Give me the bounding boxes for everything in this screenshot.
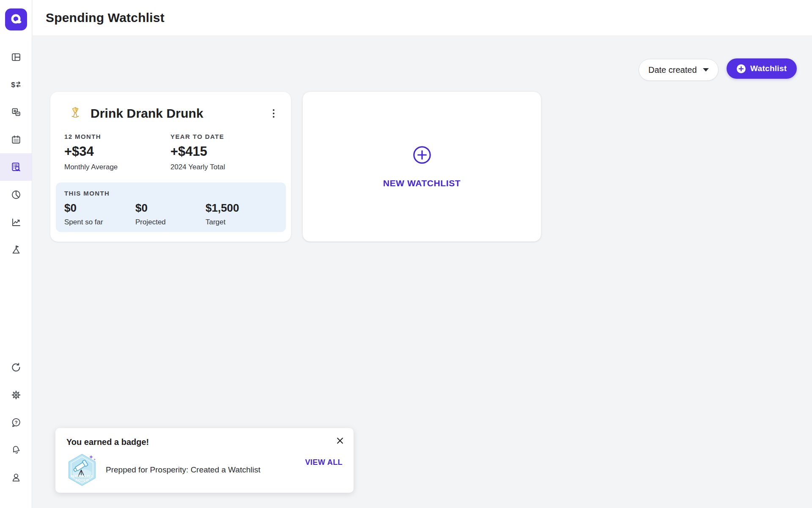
watchlist-card-header: Drink Drank Drunk xyxy=(67,105,278,121)
page-title: Spending Watchlist xyxy=(46,11,165,25)
page-header: Spending Watchlist xyxy=(33,0,812,36)
svg-text:?: ? xyxy=(14,420,17,425)
badge-text-line2: ADDED xyxy=(75,478,89,482)
sidebar: $ xyxy=(0,0,32,508)
sidebar-item-goals[interactable] xyxy=(0,236,32,263)
sidebar-nav-top: $ xyxy=(0,43,32,263)
stat-label: 12 MONTH xyxy=(64,133,170,140)
goals-mountain-icon xyxy=(11,244,22,255)
svg-text:$: $ xyxy=(11,80,15,89)
badge-toast-title: You earned a badge! xyxy=(66,437,343,447)
stat-sublabel: 2024 Yearly Total xyxy=(170,163,277,171)
this-month-sublabel: Projected xyxy=(135,218,206,226)
this-month-label: THIS MONTH xyxy=(64,190,286,197)
pie-chart-icon xyxy=(11,189,22,200)
stat-value: +$34 xyxy=(64,144,170,159)
sidebar-item-refresh[interactable] xyxy=(0,353,32,381)
sidebar-item-calendar[interactable] xyxy=(0,126,32,153)
plus-circle-outline-icon xyxy=(412,145,432,165)
sidebar-item-investments[interactable] xyxy=(0,208,32,236)
sidebar-item-help[interactable]: ? xyxy=(0,409,32,436)
new-watchlist-card[interactable]: NEW WATCHLIST xyxy=(302,91,541,242)
gear-icon xyxy=(11,389,22,400)
this-month-value: $0 xyxy=(135,202,206,215)
sidebar-item-notifications[interactable] xyxy=(0,436,32,464)
stat-value: +$415 xyxy=(170,144,277,159)
watchlist-added-badge-icon: WATCHLIST ADDED xyxy=(66,453,98,487)
app-logo[interactable] xyxy=(5,8,27,30)
kebab-menu-icon[interactable] xyxy=(269,107,279,121)
sidebar-item-profile[interactable] xyxy=(0,464,32,491)
sidebar-item-dashboard[interactable] xyxy=(0,43,32,71)
trend-chart-icon xyxy=(11,217,22,228)
stat-year-to-date: YEAR TO DATE +$415 2024 Yearly Total xyxy=(170,133,277,171)
dashboard-icon xyxy=(11,52,22,63)
sort-dropdown-label: Date created xyxy=(648,65,697,75)
sidebar-item-reports[interactable] xyxy=(0,181,32,208)
sort-dropdown[interactable]: Date created xyxy=(639,59,719,81)
badge-toast: You earned a badge! WATCHLIST ADDED xyxy=(55,428,354,493)
plus-circle-icon xyxy=(737,64,746,73)
sidebar-item-accounts[interactable] xyxy=(0,98,32,126)
watchlist-card[interactable]: Drink Drank Drunk 12 MONTH +$34 Monthly … xyxy=(50,92,291,242)
bell-icon xyxy=(11,444,22,456)
this-month-target: $1,500 Target xyxy=(206,202,277,226)
help-icon: ? xyxy=(11,417,22,428)
sidebar-item-watchlists[interactable] xyxy=(0,153,32,181)
sidebar-item-settings[interactable] xyxy=(0,381,32,409)
watchlist-search-icon xyxy=(10,161,22,173)
add-watchlist-button[interactable]: Watchlist xyxy=(727,58,797,79)
badge-toast-message: Prepped for Prosperity: Created a Watchl… xyxy=(106,465,297,475)
this-month-projected: $0 Projected xyxy=(135,202,206,226)
sidebar-item-transactions[interactable]: $ xyxy=(0,71,32,98)
this-month-sublabel: Target xyxy=(206,218,277,226)
stat-label: YEAR TO DATE xyxy=(170,133,277,140)
refresh-icon xyxy=(11,362,22,373)
stat-sublabel: Monthly Average xyxy=(64,163,170,171)
watchlist-stats: 12 MONTH +$34 Monthly Average YEAR TO DA… xyxy=(64,133,291,171)
this-month-spent: $0 Spent so far xyxy=(64,202,135,226)
this-month-value: $0 xyxy=(64,202,135,215)
watchlist-card-title: Drink Drank Drunk xyxy=(91,106,203,121)
stat-12-month: 12 MONTH +$34 Monthly Average xyxy=(64,133,170,171)
sidebar-nav-bottom: ? xyxy=(0,353,32,508)
add-watchlist-label: Watchlist xyxy=(750,64,787,73)
calendar-icon xyxy=(11,134,22,145)
transactions-icon: $ xyxy=(11,79,22,90)
close-icon[interactable] xyxy=(334,435,346,448)
new-watchlist-label: NEW WATCHLIST xyxy=(383,178,461,188)
accounts-icon xyxy=(11,107,22,118)
this-month-sublabel: Spent so far xyxy=(64,218,135,226)
simplifi-q-icon xyxy=(9,12,23,27)
chevron-down-icon xyxy=(703,68,709,72)
this-month-panel: THIS MONTH $0 Spent so far $0 Projected … xyxy=(56,182,286,232)
profile-icon xyxy=(11,472,22,483)
view-all-link[interactable]: VIEW ALL xyxy=(305,458,343,467)
champagne-glasses-icon xyxy=(67,105,83,121)
this-month-value: $1,500 xyxy=(206,202,277,215)
